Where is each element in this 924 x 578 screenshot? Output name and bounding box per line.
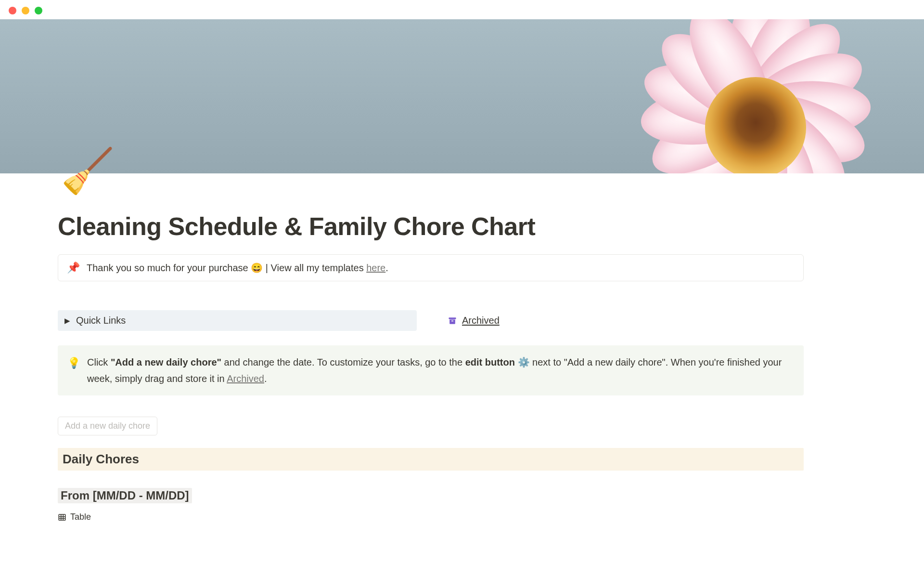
callout-text-wrap: Thank you so much for your purchase 😄 | … (87, 262, 388, 274)
pin-icon: 📌 (67, 262, 80, 274)
templates-link[interactable]: here (366, 263, 385, 273)
tip-trailing: . (264, 373, 267, 384)
caret-right-icon: ▶ (64, 316, 70, 325)
minimize-dot-icon[interactable] (22, 7, 29, 14)
archived-label: Archived (462, 315, 500, 326)
smiley-icon: 😄 (251, 263, 263, 273)
tip-callout: 💡 Click "Add a new daily chore" and chan… (58, 345, 804, 395)
close-dot-icon[interactable] (9, 7, 16, 14)
lightbulb-icon: 💡 (67, 354, 80, 387)
daily-chores-heading-band: Daily Chores (58, 448, 804, 471)
table-view-label: Table (70, 512, 91, 522)
page-icon[interactable]: 🧹 (61, 149, 804, 193)
page-title[interactable]: Cleaning Schedule & Family Chore Chart (58, 212, 804, 241)
callout-trailing: . (385, 263, 388, 273)
svg-rect-0 (449, 317, 456, 319)
date-range-subheading[interactable]: From [MM/DD - MM/DD] (58, 488, 192, 503)
svg-rect-2 (451, 320, 453, 321)
tip-bold1: "Add a new daily chore" (111, 357, 221, 368)
tip-archived-link[interactable]: Archived (227, 373, 264, 384)
gear-icon: ⚙️ (518, 357, 530, 368)
table-icon (58, 513, 66, 522)
archive-box-icon (448, 316, 457, 326)
pin-callout: 📌 Thank you so much for your purchase 😄 … (58, 254, 804, 281)
tip-part2: and change the date. To customize your t… (221, 357, 462, 368)
daily-chores-heading[interactable]: Daily Chores (63, 452, 799, 467)
callout-text-before: Thank you so much for your purchase (87, 263, 251, 273)
window-titlebar (0, 0, 924, 19)
svg-rect-3 (59, 514, 65, 520)
quick-links-label: Quick Links (76, 315, 126, 326)
tip-part1: Click (87, 357, 111, 368)
tip-bold2: edit button (462, 357, 517, 368)
table-view-tab[interactable]: Table (58, 512, 804, 522)
archived-link[interactable]: Archived (448, 310, 500, 331)
callout-text-after: | View all my templates (263, 263, 366, 273)
tip-text: Click "Add a new daily chore" and change… (87, 354, 794, 387)
svg-rect-1 (449, 319, 455, 324)
add-daily-chore-button[interactable]: Add a new daily chore (58, 417, 157, 435)
quick-links-toggle[interactable]: ▶ Quick Links (58, 310, 417, 331)
zoom-dot-icon[interactable] (35, 7, 42, 14)
